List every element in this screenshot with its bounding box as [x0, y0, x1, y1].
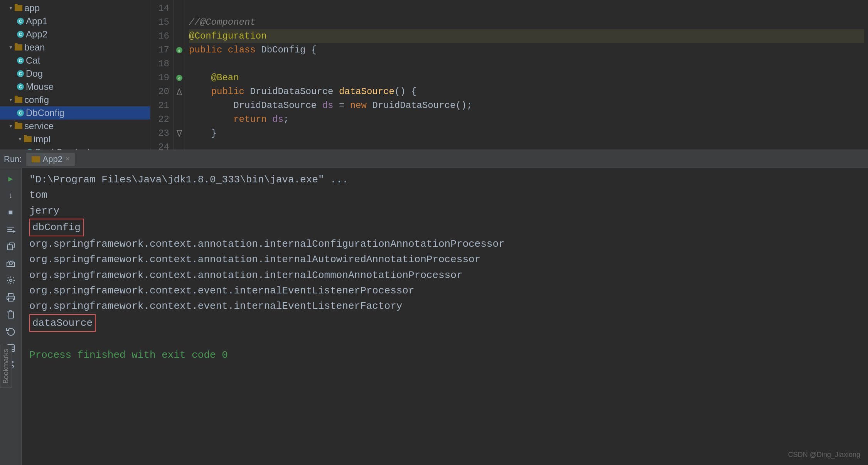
svg-text:↺: ↺: [178, 49, 180, 53]
run-sidebar: ▶ ↓ ■: [0, 168, 22, 465]
svg-marker-4: [177, 89, 182, 95]
run-scroll-down-button[interactable]: ↓: [3, 188, 18, 203]
output-proc4: org.springframework.context.event.intern…: [29, 283, 860, 298]
run-stop-button[interactable]: ■: [3, 205, 18, 220]
tree-cat-label: Cat: [26, 55, 40, 66]
run-content-area: ▶ ↓ ■: [0, 168, 868, 465]
code-content[interactable]: //@Component @Configuration public class…: [185, 0, 868, 150]
ln-17: 17: [150, 43, 169, 57]
tree-config-folder[interactable]: ▼ config: [0, 93, 150, 106]
gutter-16: [174, 29, 185, 43]
folder-icon-bean: [15, 44, 22, 51]
output-proc2: org.springframework.context.annotation.i…: [29, 252, 860, 267]
tree-mouse[interactable]: C Mouse: [0, 80, 150, 93]
tree-app2-label: App2: [26, 29, 47, 40]
gutter-14: [174, 2, 185, 15]
line-numbers: 14 15 16 17 18 19 20 21 22 23 24 25 26: [150, 0, 174, 150]
dbconfig-highlight-box: dbConfig: [29, 219, 84, 236]
class-icon-dbconfig: C: [17, 110, 24, 116]
output-proc5: org.springframework.context.event.intern…: [29, 298, 860, 314]
tree-impl-label: impl: [34, 134, 51, 145]
svg-marker-5: [177, 130, 182, 136]
tree-bookservice1[interactable]: C BookServiceImp: [0, 146, 150, 150]
run-format-button[interactable]: [3, 222, 18, 237]
tree-dog[interactable]: C Dog: [0, 67, 150, 80]
svg-rect-11: [7, 245, 12, 250]
ln-23: 23: [150, 126, 169, 140]
output-exit: Process finished with exit code 0: [29, 347, 860, 363]
watermark: CSDN @Ding_Jiaxiong: [788, 451, 860, 459]
chevron-app: ▼: [8, 5, 14, 11]
folder-icon-app: [15, 5, 22, 11]
tree-bs1-label: BookServiceImp: [35, 147, 103, 150]
tree-service-folder[interactable]: ▼ service: [0, 120, 150, 133]
svg-text:↺: ↺: [178, 76, 180, 81]
tree-service-label: service: [24, 121, 54, 131]
run-screenshot-button[interactable]: [3, 256, 18, 271]
tree-dog-label: Dog: [26, 68, 43, 79]
output-proc1: org.springframework.context.annotation.i…: [29, 236, 860, 252]
class-icon-app2: C: [17, 31, 24, 38]
gutter-15: [174, 15, 185, 29]
tree-app1-label: App1: [26, 16, 47, 27]
tab-folder-icon: [32, 156, 40, 162]
chevron-impl: ▼: [17, 136, 23, 142]
ln-14: 14: [150, 2, 169, 15]
code-line-23: }: [189, 126, 864, 140]
run-settings-button[interactable]: [3, 273, 18, 288]
gutter-17: ↺: [174, 43, 185, 57]
run-tab-app2[interactable]: App2 ×: [26, 153, 75, 166]
code-line-15: //@Component: [189, 15, 864, 29]
gutter-22: [174, 113, 185, 126]
gutter-21: [174, 99, 185, 113]
bottom-panel: Run: App2 × ▶ ↓ ■: [0, 150, 868, 465]
top-area: ▼ app C App1 C App2 ▼ bean C Cat C Dog C…: [0, 0, 868, 150]
class-icon-mouse: C: [17, 83, 24, 90]
run-tab-bar: Run: App2 ×: [0, 150, 868, 168]
run-restore-button[interactable]: [3, 239, 18, 254]
tree-impl-folder[interactable]: ▼ impl: [0, 133, 150, 146]
tree-bean-folder[interactable]: ▼ bean: [0, 41, 150, 54]
tree-config-label: config: [24, 94, 49, 105]
ln-24: 24: [150, 140, 169, 150]
gutter-18: [174, 57, 185, 71]
code-line-17: public class DbConfig {: [189, 43, 864, 57]
run-restore2-button[interactable]: [3, 324, 18, 339]
tree-app2[interactable]: C App2: [0, 28, 150, 41]
ln-20: 20: [150, 85, 169, 99]
folder-icon-service: [15, 123, 22, 129]
ln-19: 19: [150, 71, 169, 85]
run-output: "D:\Program Files\Java\jdk1.8.0_333\bin\…: [22, 168, 868, 465]
tree-app1[interactable]: C App1: [0, 15, 150, 28]
run-print-button[interactable]: [3, 290, 18, 305]
run-play-button[interactable]: ▶: [3, 171, 18, 186]
tree-cat[interactable]: C Cat: [0, 54, 150, 67]
bookmarks-tab[interactable]: Bookmarks: [0, 345, 12, 388]
file-tree: ▼ app C App1 C App2 ▼ bean C Cat C Dog C…: [0, 0, 150, 150]
output-cmd: "D:\Program Files\Java\jdk1.8.0_333\bin\…: [29, 172, 860, 187]
close-tab-icon[interactable]: ×: [66, 155, 70, 163]
svg-rect-14: [8, 298, 13, 301]
output-dbconfig: dbConfig: [29, 219, 860, 236]
ln-18: 18: [150, 57, 169, 71]
run-delete-button[interactable]: [3, 307, 18, 322]
code-editor: 14 15 16 17 18 19 20 21 22 23 24 25 26 ↺…: [150, 0, 868, 150]
output-tom: tom: [29, 187, 860, 203]
ln-15: 15: [150, 15, 169, 29]
class-icon-bs1: C: [26, 149, 33, 150]
output-jerry: jerry: [29, 203, 860, 219]
tree-app-folder[interactable]: ▼ app: [0, 2, 150, 15]
ln-21: 21: [150, 99, 169, 113]
tree-mouse-label: Mouse: [26, 81, 54, 92]
folder-icon-config: [15, 97, 22, 103]
tree-dbconfig-label: DbConfig: [26, 108, 64, 118]
code-line-16: @Configuration: [189, 29, 864, 43]
gutter-20: [174, 85, 185, 99]
ln-16: 16: [150, 29, 169, 43]
editor-gutter: ↺ ↺: [174, 0, 185, 150]
tree-dbconfig[interactable]: C DbConfig: [0, 106, 150, 120]
chevron-service: ▼: [8, 123, 14, 129]
gutter-19: ↺: [174, 71, 185, 85]
folder-icon-impl: [24, 136, 32, 142]
tree-app-label: app: [24, 3, 40, 13]
